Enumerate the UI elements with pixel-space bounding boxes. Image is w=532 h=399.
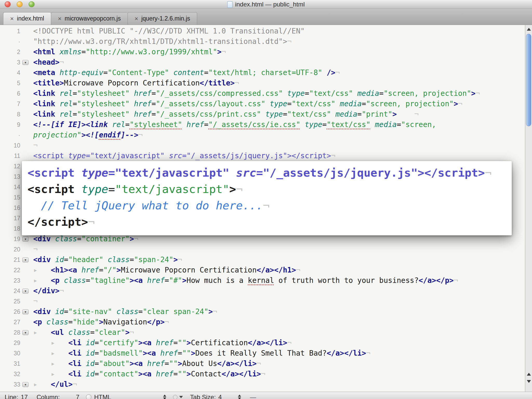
- gutter-cell: 29: [0, 338, 33, 348]
- gutter-cell: 28▾: [0, 327, 33, 338]
- tab-jquery-min-js[interactable]: × jquery-1.2.6.min.js: [128, 12, 197, 25]
- vertical-scrollbar[interactable]: [525, 25, 532, 392]
- code-segment: "text/css": [327, 120, 371, 129]
- line-number: 11: [0, 151, 20, 161]
- code-segment: <p: [33, 318, 46, 326]
- gutter-cell: 27: [0, 317, 33, 327]
- code-line[interactable]: 21▾<div id="header" class="span-24">¬: [0, 255, 525, 265]
- code-segment: media: [375, 120, 397, 129]
- code-line[interactable]: ·projection"><![endif]-->¬: [0, 130, 525, 140]
- fold-marker-icon[interactable]: ▾: [22, 60, 29, 65]
- fold-marker-icon[interactable]: ▾: [22, 257, 29, 262]
- code-line[interactable]: 8<link rel="stylesheet" href="/_assets/c…: [0, 109, 525, 119]
- close-tab-icon[interactable]: ×: [58, 16, 62, 22]
- code-line[interactable]: 1<!DOCTYPE html PUBLIC "-//W3C//DTD XHTM…: [0, 26, 525, 36]
- code-segment: href: [134, 99, 151, 108]
- code-line[interactable]: 9<!--[if IE]><link rel="stylesheet" href…: [0, 119, 525, 130]
- overlay-lines: <script type="text/javascript" src="/_as…: [28, 165, 512, 230]
- code-segment: ▸: [51, 349, 68, 357]
- tab-index-html[interactable]: × index.html: [3, 12, 51, 25]
- code-segment: of truth worth to your business?: [274, 276, 418, 285]
- code-segment: =: [95, 349, 99, 357]
- code-line[interactable]: 31 ▸ <li id="about"><a href="">About Us<…: [0, 358, 525, 369]
- code-line[interactable]: 23▸ <p class="tagline"><a href="#">How m…: [0, 275, 525, 286]
- code-line[interactable]: 20¬: [0, 244, 525, 255]
- code-segment: xmlns: [59, 48, 81, 56]
- code-segment: =: [138, 307, 143, 316]
- code-line[interactable]: 11<script type="text/javascript" src="/_…: [0, 151, 525, 161]
- code-line[interactable]: 25¬: [0, 296, 525, 307]
- code-segment: =: [73, 99, 77, 108]
- gutter-cell: 22: [0, 265, 33, 275]
- code-line[interactable]: 26▾<div id="site-nav" class="clear span-…: [0, 307, 525, 317]
- line-value: 17: [21, 394, 28, 399]
- code-text: ▸ <ul class="clear">¬: [33, 327, 134, 338]
- code-segment: =: [108, 183, 115, 196]
- code-segment: [130, 110, 134, 118]
- code-segment: type: [81, 183, 108, 196]
- scroll-down-button[interactable]: [525, 378, 532, 385]
- code-segment: <link: [33, 110, 59, 118]
- tab-label: index.html: [17, 15, 44, 22]
- code-line[interactable]: 10¬: [0, 140, 525, 151]
- tab-microwavepopcorn-js[interactable]: × microwavepopcorn.js: [51, 12, 128, 25]
- code-line[interactable]: 4<meta http-equiv="Content-Type" content…: [0, 68, 525, 78]
- code-line[interactable]: 6<link rel="stylesheet" href="/_assets/c…: [0, 88, 525, 99]
- code-line[interactable]: 28▾▸ <ul class="clear">¬: [0, 327, 525, 338]
- code-segment: [322, 68, 327, 77]
- code-line[interactable]: 32 ▸ <li id="contact"><a href="">Contact…: [0, 369, 525, 379]
- code-segment: href: [187, 120, 204, 129]
- code-line[interactable]: ·"http://www.w3.org/TR/xhtml1/DTD/xhtml1…: [0, 36, 525, 47]
- tab-size-stepper-icon[interactable]: [238, 395, 241, 399]
- minimize-window-button[interactable]: [17, 1, 23, 7]
- code-segment: "stylesheet": [77, 89, 130, 98]
- code-segment: =: [99, 266, 103, 274]
- code-segment: ¬: [366, 349, 370, 357]
- zoom-window-button[interactable]: [29, 1, 35, 7]
- column-value: 7: [76, 394, 79, 399]
- fold-marker-icon[interactable]: ▾: [22, 330, 29, 335]
- code-line[interactable]: 24▾</div>¬: [0, 286, 525, 296]
- fold-marker-icon[interactable]: ▾: [22, 309, 29, 314]
- code-line[interactable]: 19▾<div class="container">¬: [0, 234, 525, 244]
- code-segment: type: [68, 151, 86, 160]
- status-bar: Line: 17 Column: 7 HTML Tab Size: 4 —: [0, 392, 532, 399]
- code-segment: ¬: [414, 110, 419, 118]
- stepper-icon[interactable]: [163, 395, 166, 399]
- scrollbar-thumb[interactable]: [526, 34, 531, 126]
- code-segment: type: [287, 89, 305, 98]
- code-segment: </a></li>: [217, 359, 257, 368]
- gutter-cell: 8: [0, 109, 33, 119]
- code-segment: "hide": [73, 318, 99, 326]
- code-line[interactable]: 29 ▸ <li id="certify"><a href="">Certifi…: [0, 338, 525, 348]
- fold-marker-icon[interactable]: ▾: [22, 382, 29, 387]
- code-line[interactable]: 2<html xmlns="http://www.w3.org/1999/xht…: [0, 47, 525, 57]
- code-segment: "": [178, 370, 187, 378]
- symbol-popup[interactable]: [173, 395, 183, 399]
- line-number: 5: [0, 78, 20, 88]
- code-line[interactable]: 5<title>Microwave Popcorn Certification<…: [0, 78, 525, 88]
- code-segment: "#": [169, 276, 182, 285]
- close-window-button[interactable]: [5, 1, 11, 7]
- fold-marker-icon[interactable]: ▾: [22, 237, 29, 242]
- code-segment: href: [156, 370, 173, 378]
- code-line[interactable]: 30 ▸ <li id="badsmell"><a href="">Does i…: [0, 348, 525, 358]
- code-line[interactable]: 7<link rel="stylesheet" href="/_assets/c…: [0, 99, 525, 109]
- scroll-up-button[interactable]: [525, 25, 532, 33]
- code-segment: class: [108, 255, 130, 264]
- code-line[interactable]: 22▸ <h1><a href="/">Microwave Popcorn Ce…: [0, 265, 525, 275]
- code-text: <link rel="stylesheet" href="/_assets/cs…: [33, 88, 480, 99]
- code-line[interactable]: 33▾▸ </ul>¬: [0, 379, 525, 390]
- language-popup[interactable]: HTML: [86, 394, 111, 399]
- close-tab-icon[interactable]: ×: [10, 16, 14, 22]
- code-segment: [33, 370, 51, 378]
- scroll-up-button-bottom[interactable]: [525, 370, 532, 378]
- code-segment: =: [77, 235, 82, 243]
- fold-marker-icon[interactable]: ▾: [22, 289, 29, 294]
- bundle-icon: [86, 394, 91, 399]
- code-line[interactable]: 27<p class="hide">Navigation</p>¬: [0, 317, 525, 327]
- code-text: ▸ <li id="badsmell"><a href="">Does it R…: [33, 348, 370, 358]
- close-tab-icon[interactable]: ×: [135, 16, 138, 22]
- code-line[interactable]: 3▾<head>¬: [0, 57, 525, 68]
- code-text: <meta http-equiv="Content-Type" content=…: [33, 68, 340, 78]
